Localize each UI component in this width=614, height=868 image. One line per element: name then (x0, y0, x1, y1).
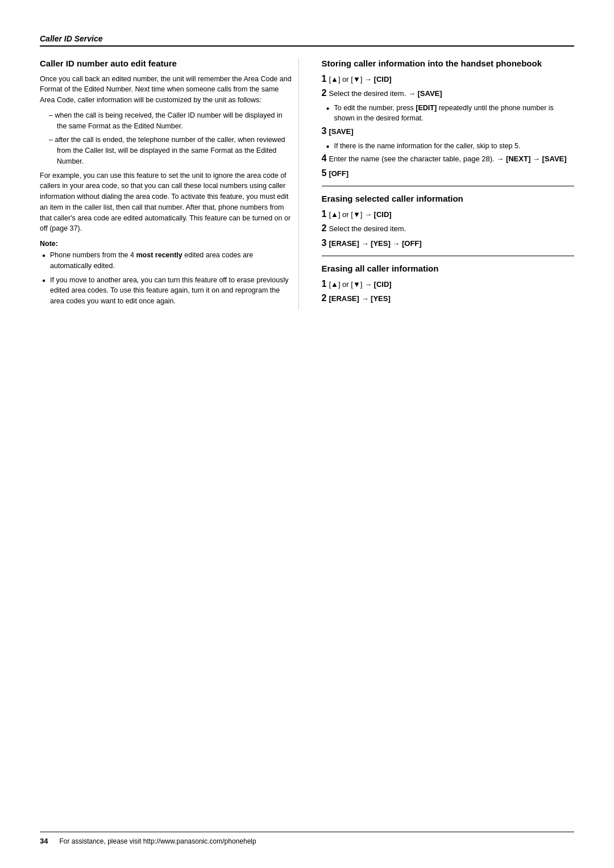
note-label: Note: (40, 240, 293, 248)
step-num-2: 2 (322, 88, 327, 98)
page: Caller ID Service Caller ID number auto … (0, 0, 614, 868)
erase-step-1: 1 [▲] or [▼] → [CID] (322, 209, 575, 220)
erase-step-2-text: Select the desired item. (329, 223, 406, 235)
note-bullet-2: If you move to another area, you can tur… (40, 275, 293, 307)
erase-step-3-text: [ERASE] → [YES] → [OFF] (329, 238, 421, 249)
step-1-storing: 1 [▲] or [▼] → [CID] (322, 74, 575, 85)
left-body2: For example, you can use this feature to… (40, 170, 293, 235)
page-footer: 34 For assistance, please visit http://w… (40, 832, 574, 845)
erasing-selected-title: Erasing selected caller information (322, 193, 575, 205)
step-1-text: [▲] or [▼] → [CID] (329, 74, 391, 85)
erase-step-num-2: 2 (322, 223, 327, 233)
step-4-storing: 4 Enter the name (see the character tabl… (322, 153, 575, 165)
erasing-all-title: Erasing all caller information (322, 263, 575, 274)
erase-all-step-2: 2 [ERASE] → [YES] (322, 293, 575, 304)
step-2-storing: 2 Select the desired item. → [SAVE] (322, 88, 575, 99)
section-title: Caller ID Service (40, 34, 574, 43)
step-4-text: Enter the name (see the character table,… (329, 153, 566, 165)
page-header: Caller ID Service (40, 34, 574, 47)
erase-step-3: 3 [ERASE] → [YES] → [OFF] (322, 238, 575, 249)
divider-1 (322, 186, 575, 186)
dash-item-2: after the call is ended, the telephone n… (49, 135, 293, 166)
note-bullet-1: Phone numbers from the 4 most recently e… (40, 250, 293, 272)
right-column: Storing caller information into the hand… (316, 58, 575, 310)
erase-step-1-text: [▲] or [▼] → [CID] (329, 209, 391, 220)
step-3-storing: 3 [SAVE] (322, 126, 575, 137)
erase-step-num-3: 3 (322, 238, 327, 248)
erase-all-step-2-text: [ERASE] → [YES] (329, 293, 390, 304)
erase-all-step-1-text: [▲] or [▼] → [CID] (329, 279, 391, 290)
step-num-3: 3 (322, 126, 327, 136)
step-num-1: 1 (322, 74, 327, 84)
dash-item-1: when the call is being received, the Cal… (49, 110, 293, 132)
dash-list: when the call is being received, the Cal… (40, 110, 293, 167)
left-column: Caller ID number auto edit feature Once … (40, 58, 299, 310)
step-2-text: Select the desired item. → [SAVE] (329, 88, 442, 99)
divider-2 (322, 256, 575, 256)
step-num-4: 4 (322, 153, 327, 164)
step-3-bullet: If there is the name information for the… (322, 141, 575, 152)
step-3-text: [SAVE] (329, 126, 353, 137)
footer-text: For assistance, please visit http://www.… (59, 837, 256, 845)
erase-all-step-1: 1 [▲] or [▼] → [CID] (322, 279, 575, 290)
step-num-5: 5 (322, 168, 327, 178)
page-number: 34 (40, 837, 48, 845)
left-section-title: Caller ID number auto edit feature (40, 58, 293, 69)
left-intro: Once you call back an edited number, the… (40, 74, 293, 106)
two-col-layout: Caller ID number auto edit feature Once … (40, 58, 574, 310)
step-5-text: [OFF] (329, 168, 349, 180)
erase-step-2: 2 Select the desired item. (322, 223, 575, 235)
erase-all-num-1: 1 (322, 279, 327, 289)
step-5-storing: 5 [OFF] (322, 168, 575, 180)
erase-step-num-1: 1 (322, 209, 327, 219)
header-rule (40, 45, 574, 47)
erase-all-num-2: 2 (322, 293, 327, 303)
step-2-bullet: To edit the number, press [EDIT] repeate… (322, 103, 575, 124)
storing-section-title: Storing caller information into the hand… (322, 58, 575, 69)
